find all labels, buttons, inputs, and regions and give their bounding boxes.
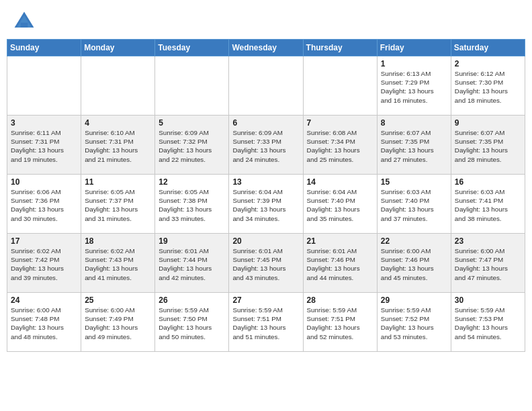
day-info: Sunrise: 6:01 AM Sunset: 7:45 PM Dayligh… xyxy=(232,246,299,282)
calendar-cell: 6Sunrise: 6:09 AM Sunset: 7:33 PM Daylig… xyxy=(229,116,303,175)
day-info: Sunrise: 6:02 AM Sunset: 7:42 PM Dayligh… xyxy=(11,246,77,282)
calendar-week-1: 1Sunrise: 6:13 AM Sunset: 7:29 PM Daylig… xyxy=(7,56,525,116)
logo xyxy=(12,9,39,34)
day-number: 26 xyxy=(159,295,225,305)
weekday-header-monday: Monday xyxy=(81,40,155,56)
day-number: 18 xyxy=(85,236,151,246)
calendar-cell: 4Sunrise: 6:10 AM Sunset: 7:31 PM Daylig… xyxy=(81,116,155,175)
calendar-week-3: 10Sunrise: 6:06 AM Sunset: 7:36 PM Dayli… xyxy=(7,175,525,234)
calendar-cell: 27Sunrise: 5:59 AM Sunset: 7:51 PM Dayli… xyxy=(229,293,303,352)
day-info: Sunrise: 5:59 AM Sunset: 7:52 PM Dayligh… xyxy=(381,306,447,341)
calendar-week-2: 3Sunrise: 6:11 AM Sunset: 7:31 PM Daylig… xyxy=(7,116,525,175)
day-number: 12 xyxy=(159,177,225,187)
weekday-header-friday: Friday xyxy=(377,40,451,56)
calendar: SundayMondayTuesdayWednesdayThursdayFrid… xyxy=(0,39,532,411)
day-info: Sunrise: 6:01 AM Sunset: 7:44 PM Dayligh… xyxy=(159,246,225,282)
calendar-week-4: 17Sunrise: 6:02 AM Sunset: 7:42 PM Dayli… xyxy=(7,234,525,293)
day-info: Sunrise: 6:03 AM Sunset: 7:40 PM Dayligh… xyxy=(381,187,447,223)
day-info: Sunrise: 6:07 AM Sunset: 7:35 PM Dayligh… xyxy=(455,128,521,164)
calendar-cell: 17Sunrise: 6:02 AM Sunset: 7:42 PM Dayli… xyxy=(7,234,81,293)
day-number: 2 xyxy=(455,59,521,68)
day-info: Sunrise: 5:59 AM Sunset: 7:51 PM Dayligh… xyxy=(232,306,299,341)
day-number: 10 xyxy=(11,177,77,187)
day-info: Sunrise: 6:13 AM Sunset: 7:29 PM Dayligh… xyxy=(381,69,447,105)
calendar-cell: 26Sunrise: 5:59 AM Sunset: 7:50 PM Dayli… xyxy=(155,293,229,352)
day-info: Sunrise: 6:01 AM Sunset: 7:46 PM Dayligh… xyxy=(307,246,373,282)
logo-icon xyxy=(12,9,36,34)
calendar-cell: 24Sunrise: 6:00 AM Sunset: 7:48 PM Dayli… xyxy=(7,293,81,352)
day-info: Sunrise: 6:10 AM Sunset: 7:31 PM Dayligh… xyxy=(85,128,151,164)
day-info: Sunrise: 6:03 AM Sunset: 7:41 PM Dayligh… xyxy=(455,187,521,223)
calendar-cell xyxy=(155,56,229,116)
day-info: Sunrise: 6:09 AM Sunset: 7:32 PM Dayligh… xyxy=(159,128,225,164)
weekday-header-thursday: Thursday xyxy=(303,40,377,56)
day-number: 17 xyxy=(11,236,77,246)
calendar-cell: 18Sunrise: 6:02 AM Sunset: 7:43 PM Dayli… xyxy=(81,234,155,293)
calendar-cell: 7Sunrise: 6:08 AM Sunset: 7:34 PM Daylig… xyxy=(303,116,377,175)
calendar-cell: 15Sunrise: 6:03 AM Sunset: 7:40 PM Dayli… xyxy=(377,175,451,234)
weekday-header-wednesday: Wednesday xyxy=(229,40,303,56)
calendar-cell: 22Sunrise: 6:00 AM Sunset: 7:46 PM Dayli… xyxy=(377,234,451,293)
calendar-cell: 19Sunrise: 6:01 AM Sunset: 7:44 PM Dayli… xyxy=(155,234,229,293)
day-info: Sunrise: 6:00 AM Sunset: 7:48 PM Dayligh… xyxy=(11,306,77,341)
day-number: 3 xyxy=(11,118,77,128)
day-number: 11 xyxy=(85,177,151,187)
calendar-cell: 14Sunrise: 6:04 AM Sunset: 7:40 PM Dayli… xyxy=(303,175,377,234)
day-number: 13 xyxy=(232,177,299,187)
day-number: 30 xyxy=(455,295,521,305)
day-info: Sunrise: 5:59 AM Sunset: 7:50 PM Dayligh… xyxy=(159,306,225,341)
day-info: Sunrise: 6:02 AM Sunset: 7:43 PM Dayligh… xyxy=(85,246,151,282)
calendar-cell xyxy=(303,56,377,116)
calendar-cell: 10Sunrise: 6:06 AM Sunset: 7:36 PM Dayli… xyxy=(7,175,81,234)
calendar-cell xyxy=(229,56,303,116)
calendar-cell: 16Sunrise: 6:03 AM Sunset: 7:41 PM Dayli… xyxy=(451,175,525,234)
calendar-cell: 28Sunrise: 5:59 AM Sunset: 7:51 PM Dayli… xyxy=(303,293,377,352)
day-info: Sunrise: 5:59 AM Sunset: 7:51 PM Dayligh… xyxy=(307,306,373,341)
day-info: Sunrise: 6:04 AM Sunset: 7:39 PM Dayligh… xyxy=(232,187,299,223)
day-number: 7 xyxy=(307,118,373,128)
day-number: 24 xyxy=(11,295,77,305)
day-number: 29 xyxy=(381,295,447,305)
day-info: Sunrise: 6:07 AM Sunset: 7:35 PM Dayligh… xyxy=(381,128,447,164)
day-number: 20 xyxy=(232,236,299,246)
calendar-cell xyxy=(7,56,81,116)
svg-rect-2 xyxy=(21,23,28,28)
calendar-week-5: 24Sunrise: 6:00 AM Sunset: 7:48 PM Dayli… xyxy=(7,293,525,352)
header xyxy=(0,0,532,39)
calendar-cell: 23Sunrise: 6:00 AM Sunset: 7:47 PM Dayli… xyxy=(451,234,525,293)
calendar-cell: 9Sunrise: 6:07 AM Sunset: 7:35 PM Daylig… xyxy=(451,116,525,175)
weekday-header-row: SundayMondayTuesdayWednesdayThursdayFrid… xyxy=(7,40,525,56)
day-number: 16 xyxy=(455,177,521,187)
day-info: Sunrise: 6:06 AM Sunset: 7:36 PM Dayligh… xyxy=(11,187,77,223)
calendar-cell: 8Sunrise: 6:07 AM Sunset: 7:35 PM Daylig… xyxy=(377,116,451,175)
weekday-header-sunday: Sunday xyxy=(7,40,81,56)
calendar-cell: 20Sunrise: 6:01 AM Sunset: 7:45 PM Dayli… xyxy=(229,234,303,293)
calendar-cell: 1Sunrise: 6:13 AM Sunset: 7:29 PM Daylig… xyxy=(377,56,451,116)
day-number: 14 xyxy=(307,177,373,187)
day-info: Sunrise: 6:00 AM Sunset: 7:49 PM Dayligh… xyxy=(85,306,151,341)
day-number: 4 xyxy=(85,118,151,128)
page: SundayMondayTuesdayWednesdayThursdayFrid… xyxy=(0,0,532,411)
day-number: 28 xyxy=(307,295,373,305)
day-number: 27 xyxy=(232,295,299,305)
calendar-cell: 5Sunrise: 6:09 AM Sunset: 7:32 PM Daylig… xyxy=(155,116,229,175)
calendar-cell: 12Sunrise: 6:05 AM Sunset: 7:38 PM Dayli… xyxy=(155,175,229,234)
day-info: Sunrise: 6:05 AM Sunset: 7:37 PM Dayligh… xyxy=(85,187,151,223)
day-info: Sunrise: 6:00 AM Sunset: 7:47 PM Dayligh… xyxy=(455,246,521,282)
calendar-cell: 13Sunrise: 6:04 AM Sunset: 7:39 PM Dayli… xyxy=(229,175,303,234)
day-number: 9 xyxy=(455,118,521,128)
weekday-header-saturday: Saturday xyxy=(451,40,525,56)
day-number: 19 xyxy=(159,236,225,246)
day-info: Sunrise: 5:59 AM Sunset: 7:53 PM Dayligh… xyxy=(455,306,521,341)
calendar-cell: 30Sunrise: 5:59 AM Sunset: 7:53 PM Dayli… xyxy=(451,293,525,352)
day-number: 8 xyxy=(381,118,447,128)
calendar-table: SundayMondayTuesdayWednesdayThursdayFrid… xyxy=(7,39,525,352)
day-number: 21 xyxy=(307,236,373,246)
day-info: Sunrise: 6:00 AM Sunset: 7:46 PM Dayligh… xyxy=(381,246,447,282)
day-number: 1 xyxy=(381,59,447,68)
day-number: 22 xyxy=(381,236,447,246)
calendar-cell: 21Sunrise: 6:01 AM Sunset: 7:46 PM Dayli… xyxy=(303,234,377,293)
day-number: 23 xyxy=(455,236,521,246)
calendar-cell: 29Sunrise: 5:59 AM Sunset: 7:52 PM Dayli… xyxy=(377,293,451,352)
day-info: Sunrise: 6:09 AM Sunset: 7:33 PM Dayligh… xyxy=(232,128,299,164)
